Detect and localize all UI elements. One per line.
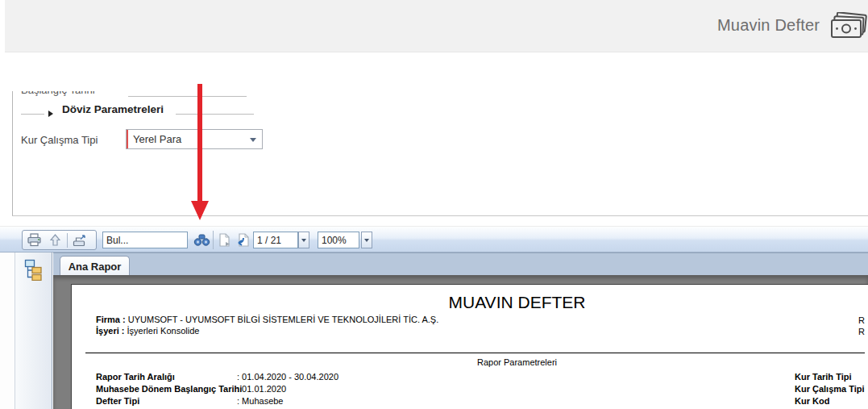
report-viewer-toolbar	[0, 226, 868, 252]
back-to-parent-report-button[interactable]	[234, 232, 250, 248]
clipped-text-fragment: R	[858, 327, 865, 336]
zoom-level-dropdown-button[interactable]	[361, 232, 372, 248]
tab-label: Ana Rapor	[69, 261, 122, 273]
find-button[interactable]	[193, 232, 210, 248]
param-value: : 01.04.2020 - 30.04.2020	[237, 372, 338, 382]
kur-calisma-tipi-select[interactable]: Yerel Para	[126, 129, 263, 149]
back-to-parent-icon	[235, 233, 249, 247]
param-value: : Muhasebe	[237, 396, 283, 406]
page-number-input[interactable]	[253, 232, 298, 248]
report-params-title: Rapor Parametreleri	[72, 357, 868, 367]
right-param-label: Kur Tarih Tipi	[795, 372, 852, 382]
section-divider	[176, 114, 254, 115]
document-map-sidebar	[15, 252, 52, 409]
right-param-label: Kur Kod	[795, 396, 829, 406]
page-setup-icon	[50, 234, 60, 246]
document-map-icon	[24, 259, 44, 281]
report-tab-strip: Ana Rapor	[53, 252, 868, 275]
report-page-area[interactable]: MUAVIN DEFTER Firma : UYUMSOFT - UYUMSOF…	[53, 275, 868, 409]
tab-ana-rapor[interactable]: Ana Rapor	[60, 256, 130, 276]
print-button-group	[22, 230, 97, 250]
banknotes-icon	[827, 12, 868, 46]
kur-calisma-tipi-label: Kur Çalışma Tipi	[21, 134, 98, 146]
required-field-marker	[127, 130, 128, 148]
param-label: Rapor Tarih Aralığı	[96, 372, 175, 382]
firma-value: UYUMSOFT - UYUMSOFT BİLGİ SİSTEMLERİ VE …	[128, 315, 439, 324]
next-page-icon	[218, 233, 231, 247]
report-page: MUAVIN DEFTER Firma : UYUMSOFT - UYUMSOF…	[71, 284, 868, 409]
chevron-down-icon	[301, 239, 306, 242]
clipped-text-fragment: R	[858, 315, 865, 325]
parameters-form-panel: Başlangıç Tarihi Döviz Parametreleri Kur…	[12, 91, 868, 216]
toolbar-separator	[213, 231, 214, 249]
print-button[interactable]	[25, 232, 44, 248]
print-icon	[27, 233, 42, 247]
isyeri-label: İşyeri :	[96, 326, 124, 336]
left-gutter	[0, 252, 15, 409]
next-page-button[interactable]	[217, 232, 233, 248]
selected-value: Yerel Para	[133, 133, 181, 145]
section-title: Döviz Parametreleri	[62, 103, 164, 115]
param-value: : 01.01.2020	[237, 384, 286, 394]
document-map-button[interactable]	[22, 257, 46, 282]
page-setup-button[interactable]	[46, 232, 64, 248]
chevron-down-icon	[250, 138, 256, 142]
chevron-down-icon	[364, 239, 369, 242]
page-title: Muavin Defter	[717, 16, 820, 35]
right-param-label: Kur Çalışma Tipi	[795, 384, 865, 394]
section-divider	[21, 114, 44, 115]
isyeri-value: İşyerleri Konsolide	[127, 326, 200, 336]
app-window: Muavin Defter	[0, 0, 868, 409]
start-date-label: Başlangıç Tarihi	[21, 91, 95, 96]
report-divider-line	[85, 353, 865, 353]
search-input[interactable]	[102, 232, 188, 248]
page-number-dropdown-button[interactable]	[298, 232, 309, 248]
param-label: Muhasebe Dönem Başlangıç Tarihi	[96, 384, 242, 394]
firma-label: Firma :	[96, 315, 126, 324]
report-firma-row: Firma : UYUMSOFT - UYUMSOFT BİLGİ SİSTEM…	[96, 315, 438, 324]
report-isyeri-row: İşyeri : İşyerleri Konsolide	[96, 326, 199, 336]
report-viewer-body: Ana Rapor MUAVIN DEFTER Firma : UYUMSOFT…	[0, 252, 868, 409]
param-label: Defter Tipi	[96, 396, 139, 406]
main-toolbar: Yeni Sekmede Görüntüle Görüntüle </> X	[5, 52, 868, 91]
app-header: Muavin Defter	[5, 0, 868, 52]
collapse-arrow-icon[interactable]	[48, 111, 53, 117]
export-print-button[interactable]	[70, 232, 89, 248]
zoom-level-input[interactable]	[318, 232, 359, 248]
find-binoculars-icon	[193, 234, 210, 246]
report-title: MUAVIN DEFTER	[72, 293, 868, 312]
start-date-input[interactable]	[128, 91, 247, 97]
export-print-icon	[73, 234, 87, 247]
toolbar-separator	[67, 233, 68, 248]
